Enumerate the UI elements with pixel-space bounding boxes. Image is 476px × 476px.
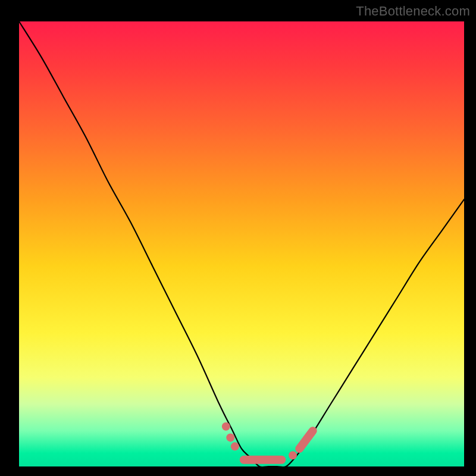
marker-dot — [289, 451, 297, 459]
marker-dot — [231, 442, 239, 450]
bottleneck-curve — [19, 21, 464, 467]
bottleneck-curve-svg — [19, 21, 464, 466]
marker-dot — [222, 422, 230, 431]
plot-area — [19, 21, 464, 466]
curve-layer — [19, 21, 464, 467]
marker-capsule — [299, 431, 312, 449]
marker-dot — [226, 433, 234, 441]
curve-markers — [222, 422, 313, 460]
chart-frame: TheBottleneck.com — [0, 0, 476, 476]
watermark-text: TheBottleneck.com — [356, 4, 470, 19]
